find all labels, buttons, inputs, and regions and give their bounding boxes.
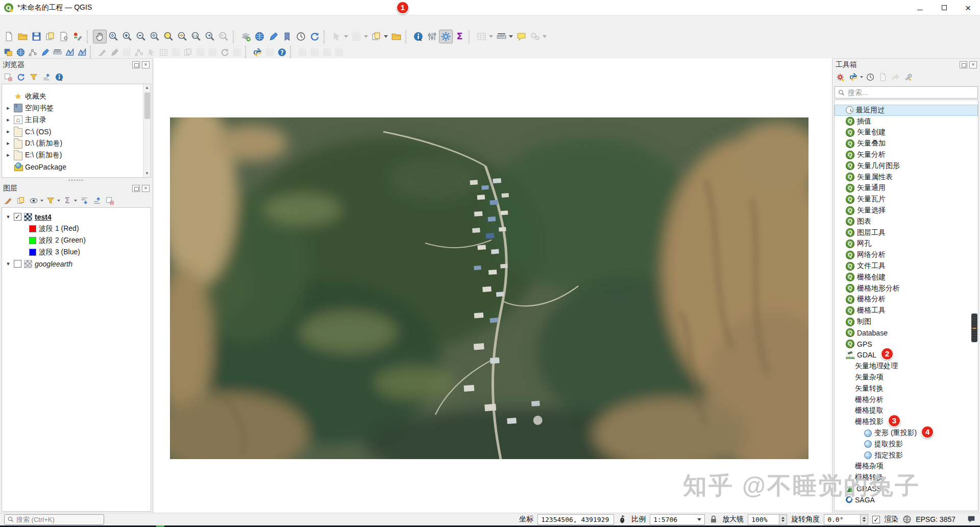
add-selected-layer-icon[interactable] [3, 71, 14, 83]
edit-tool-icon-1[interactable] [96, 46, 108, 58]
edit-tool-icon-8[interactable] [182, 46, 194, 58]
toolbox-search-input[interactable] [848, 88, 975, 97]
collapse-all-icon[interactable] [41, 71, 52, 83]
statistics-panel-icon[interactable] [425, 30, 439, 43]
toolbox-item[interactable]: 最近用过 [835, 105, 978, 116]
magnifier-spinner-icon[interactable] [779, 514, 787, 525]
scroll-thumb[interactable] [144, 92, 150, 119]
toolbox-item[interactable]: 矢量地理处理 [835, 361, 978, 372]
processing-toolbox-gear-icon[interactable] [439, 30, 453, 43]
scale-dropdown-icon[interactable] [697, 518, 701, 521]
toolbox-search[interactable] [835, 86, 978, 99]
layer-item[interactable]: 波段 1 (Red) [2, 223, 151, 234]
zoom-to-selection-icon[interactable] [162, 30, 176, 43]
edit-tool-icon-3[interactable] [120, 46, 133, 58]
toolbox-item[interactable]: 文件工具 [835, 260, 978, 272]
scale-combobox[interactable]: 1:5706 [650, 514, 705, 525]
layer-checkbox[interactable] [14, 260, 21, 268]
expression-dropdown-icon[interactable] [74, 200, 77, 202]
toolbox-item[interactable]: 矢量杂项 [835, 372, 978, 383]
satellite-map-image[interactable] [170, 117, 808, 459]
options-gears-icon[interactable] [528, 30, 542, 43]
expand-all-icon[interactable] [79, 195, 90, 206]
scripts-dropdown-icon[interactable] [860, 76, 863, 78]
expand-arrow-icon[interactable] [5, 152, 11, 158]
rotation-value[interactable]: 0.0° [824, 514, 861, 525]
render-checkbox[interactable] [872, 516, 880, 523]
gears-dropdown-icon[interactable] [543, 35, 547, 38]
layers-float-icon[interactable] [132, 185, 140, 192]
toolbox-item[interactable]: 变形 (重投影) 4 [835, 427, 978, 439]
toolbox-item[interactable]: GDAL 2 [835, 350, 978, 361]
expand-arrow-icon[interactable] [5, 260, 11, 267]
crs-globe-icon[interactable] [902, 515, 912, 524]
layer-item[interactable]: test4 [2, 211, 151, 223]
toolbox-item[interactable]: 栅格创建 [835, 272, 978, 283]
history-icon[interactable] [865, 71, 876, 83]
map-theme-icon[interactable] [239, 30, 253, 43]
toolbox-item[interactable]: 栅格地形分析 [835, 283, 978, 294]
edit-tool-icon-7[interactable] [169, 46, 182, 58]
mesh-calc-icon[interactable] [51, 46, 63, 58]
browser-close-icon[interactable]: × [142, 61, 150, 68]
add-group-icon[interactable] [15, 195, 27, 206]
copy-features-icon[interactable] [370, 30, 383, 43]
results-viewer-icon[interactable] [877, 71, 889, 83]
expand-arrow-icon[interactable] [5, 213, 11, 220]
collapse-all-icon[interactable] [91, 195, 103, 206]
browser-float-icon[interactable] [132, 61, 140, 68]
style-manager-icon[interactable] [71, 30, 85, 43]
measure-icon[interactable] [495, 30, 508, 43]
edit-tool-icon-6[interactable] [157, 46, 169, 58]
coordinate-value[interactable]: 12354506, 4391929 [537, 514, 614, 525]
toolbox-item[interactable]: 矢量转换 [835, 383, 978, 394]
edit-tool-icon-2[interactable] [108, 46, 120, 58]
expand-arrow-icon[interactable] [5, 140, 11, 147]
rotation-spinbox[interactable]: 0.0° [824, 514, 868, 525]
toolbox-item[interactable]: 图表 [835, 216, 978, 227]
toolbox-item[interactable]: 矢量分析 [835, 149, 978, 160]
statusbar-search[interactable] [4, 514, 104, 525]
toolbox-item[interactable]: 制图 [835, 316, 978, 327]
layer-item[interactable]: 波段 2 (Green) [2, 234, 151, 246]
layer-checkbox[interactable] [14, 213, 21, 221]
zoom-last-icon[interactable] [203, 30, 217, 43]
toolbox-item[interactable]: GPS [835, 339, 978, 350]
project-properties-icon[interactable] [57, 30, 71, 43]
metasearch-globe-icon[interactable] [14, 46, 27, 58]
python-scripts-icon[interactable] [848, 71, 859, 83]
scroll-up-icon[interactable]: ▲ [143, 84, 151, 91]
toolbox-item[interactable]: 矢量瓦片 [835, 194, 978, 205]
toolbox-item[interactable]: Database [835, 327, 978, 339]
attribute-table-icon[interactable] [475, 30, 488, 43]
new-bookmark-icon[interactable] [280, 30, 294, 43]
help-icon[interactable] [276, 46, 288, 58]
layer-item[interactable]: 波段 3 (Blue) [2, 246, 151, 258]
browser-item[interactable]: 空间书签 [2, 102, 151, 114]
zoom-next-icon[interactable] [217, 30, 231, 43]
add-layer-download-icon[interactable] [266, 30, 280, 43]
toolbox-item[interactable]: 提取投影 [835, 439, 978, 450]
toolbox-item[interactable]: 矢量属性表 [835, 172, 978, 183]
browser-item[interactable]: GeoPackage [2, 161, 151, 173]
new-project-icon[interactable] [2, 30, 16, 43]
toolbox-item[interactable]: 栅格分析 [835, 394, 978, 405]
select-dropdown-icon[interactable] [364, 35, 368, 38]
toolbox-float-icon[interactable] [960, 61, 967, 68]
toolbox-item[interactable]: 栅格分析 [835, 294, 978, 305]
edit-tool-icon-12[interactable] [231, 46, 243, 58]
plugin-tool-icon-1[interactable] [263, 46, 276, 58]
zoom-in-icon[interactable] [120, 30, 134, 43]
expand-arrow-icon[interactable] [5, 116, 11, 123]
edit-features-in-place-icon[interactable] [890, 71, 901, 83]
toolbox-item[interactable]: 矢量选择 [835, 205, 978, 216]
identify-info-icon[interactable] [411, 30, 425, 43]
filter-dropdown-icon[interactable] [57, 200, 60, 202]
options-wrench-icon[interactable] [903, 71, 914, 83]
toolbox-item[interactable]: 网络分析 [835, 249, 978, 260]
label-toolbar-icon-2[interactable] [308, 46, 321, 58]
magnifier-value[interactable]: 100% [748, 514, 779, 525]
vertex-tool-icon[interactable] [27, 46, 39, 58]
statistics-sigma-icon[interactable] [453, 30, 467, 43]
properties-icon[interactable] [54, 71, 65, 83]
